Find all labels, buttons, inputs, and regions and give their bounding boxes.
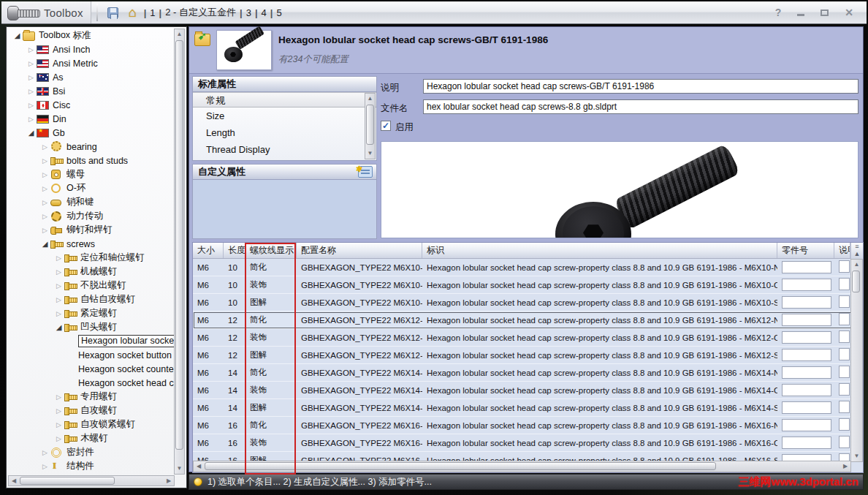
tree-item-hexagon-socket-head-cap[interactable]: Hexagon socket head cap	[7, 376, 175, 390]
maximize-button[interactable]	[821, 10, 829, 16]
description-cell-box[interactable]	[839, 418, 850, 431]
description-cell-box[interactable]	[839, 366, 850, 378]
tree-item-专用螺钉[interactable]: ▷专用螺钉	[7, 390, 175, 404]
tree-item-ansi-metric[interactable]: ▷Ansi Metric	[7, 56, 175, 70]
property-item-size[interactable]: Size	[193, 107, 376, 124]
expand-arrow-icon[interactable]: ▷	[55, 407, 63, 415]
column-header-1[interactable]: 大小	[193, 243, 224, 258]
tree-horizontal-scrollbar[interactable]: ◀ ▶	[8, 475, 175, 486]
description-cell-box[interactable]	[839, 436, 850, 448]
property-item-length[interactable]: Length	[193, 124, 376, 141]
expand-arrow-icon[interactable]: ▷	[55, 421, 63, 428]
part-number-input[interactable]	[782, 314, 831, 326]
add-custom-property-icon[interactable]	[358, 166, 373, 178]
breadcrumb-item-5[interactable]: 5	[276, 7, 281, 18]
tree-item-定位和轴位螺钉[interactable]: ▷定位和轴位螺钉	[7, 251, 175, 265]
part-number-input[interactable]	[782, 261, 831, 273]
expand-arrow-icon[interactable]: ▷	[41, 213, 49, 220]
table-row-GBHEXAGON_TYPE22_M6X10-N[interactable]: M610简化GBHEXAGON_TYPE22 M6X10-NHexagon lo…	[193, 259, 863, 276]
expand-arrow-icon[interactable]: ▷	[27, 46, 35, 53]
part-number-input[interactable]	[782, 401, 831, 414]
tree-item-销和键[interactable]: ▷销和键	[7, 195, 175, 209]
description-cell-box[interactable]	[839, 313, 850, 325]
expand-arrow-icon[interactable]: ▷	[27, 102, 35, 109]
table-row-GBHEXAGON_TYPE22_M6X10-C[interactable]: M610装饰GBHEXAGON_TYPE22 M6X10-CHexagon lo…	[193, 276, 863, 294]
expand-arrow-icon[interactable]: ▷	[55, 268, 63, 276]
breadcrumb-item-3[interactable]: 3	[246, 7, 251, 18]
description-cell-box[interactable]	[839, 401, 850, 413]
table-vertical-scrollbar[interactable]: ▲ ▼	[850, 259, 863, 462]
expand-arrow-icon[interactable]: ▷	[55, 254, 63, 262]
column-options-icon[interactable]: ≡▲	[850, 243, 863, 259]
expand-arrow-icon[interactable]: ▷	[55, 310, 63, 317]
home-icon[interactable]: ⌂	[129, 6, 137, 19]
tree-item-自攻锁紧螺钉[interactable]: ▷自攻锁紧螺钉	[7, 417, 175, 431]
description-cell-box[interactable]	[839, 278, 850, 290]
expand-arrow-icon[interactable]: ▷	[41, 185, 49, 192]
expand-arrow-icon[interactable]: ▷	[55, 393, 63, 401]
tree-item-垫圈和挡圈[interactable]: ▷垫圈和挡圈	[7, 473, 175, 475]
minimize-button[interactable]	[797, 14, 804, 16]
tree-item-铆钉和焊钉[interactable]: ▷铆钉和焊钉	[7, 223, 175, 237]
breadcrumb-item-2[interactable]: 2 - 自定义五金件	[165, 6, 236, 19]
tree-item-gb[interactable]: ◢Gb	[7, 126, 175, 140]
tree-item-as[interactable]: ▷As	[7, 70, 175, 84]
table-row-GBHEXAGON_TYPE22_M6X16-C[interactable]: M616装饰GBHEXAGON_TYPE22 M6X16-CHexagon lo…	[193, 434, 863, 452]
table-row-GBHEXAGON_TYPE22_M6X16-N[interactable]: M616简化GBHEXAGON_TYPE22 M6X16-NHexagon lo…	[193, 417, 863, 434]
tree-item-o-环[interactable]: ▷O-环	[7, 181, 175, 195]
expand-arrow-icon[interactable]: ▷	[41, 449, 49, 456]
part-number-input[interactable]	[782, 366, 831, 379]
column-header-7[interactable]: 说明	[834, 243, 850, 258]
description-cell-box[interactable]	[839, 330, 850, 343]
expand-arrow-icon[interactable]: ▷	[27, 116, 35, 123]
part-number-input[interactable]	[782, 296, 831, 309]
tree-item-screws[interactable]: ◢screws	[7, 237, 175, 251]
tree-item-bsi[interactable]: ▷Bsi	[7, 84, 175, 98]
expand-arrow-icon[interactable]: ▷	[41, 157, 49, 165]
tree-item-机械螺钉[interactable]: ▷机械螺钉	[7, 265, 175, 279]
tree-item-din[interactable]: ▷Din	[7, 112, 175, 126]
breadcrumb-item-4[interactable]: 4	[262, 7, 267, 18]
expand-arrow-icon[interactable]: ▷	[41, 463, 49, 470]
expand-arrow-icon[interactable]: ▷	[41, 143, 49, 151]
tree-item-hexagon-socket-button-he[interactable]: Hexagon socket button he	[7, 348, 175, 362]
expand-arrow-icon[interactable]: ▷	[55, 296, 63, 303]
column-header-4[interactable]: 配置名称	[297, 243, 422, 258]
tree-item-自钻自攻螺钉[interactable]: ▷自钻自攻螺钉	[7, 292, 175, 306]
property-item-thread-display[interactable]: Thread Display	[193, 141, 376, 158]
breadcrumb-item-1[interactable]: 1	[150, 7, 155, 18]
tree-item-木螺钉[interactable]: ▷木螺钉	[7, 431, 175, 445]
expand-arrow-icon[interactable]: ▷	[27, 60, 35, 67]
tree-item-紧定螺钉[interactable]: ▷紧定螺钉	[7, 306, 175, 320]
tree-item-toolbox-标准[interactable]: ◢Toolbox 标准	[7, 29, 175, 42]
collapse-arrow-icon[interactable]: ◢	[55, 323, 63, 331]
table-horizontal-scrollbar[interactable]: ◀ ▶	[193, 461, 851, 472]
description-cell-box[interactable]	[839, 383, 850, 396]
save-icon[interactable]	[107, 7, 118, 18]
tree-item-密封件[interactable]: ▷密封件	[7, 445, 175, 459]
collapse-arrow-icon[interactable]: ◢	[27, 129, 35, 137]
table-row-GBHEXAGON_TYPE22_M6X12-S[interactable]: M612图解GBHEXAGON_TYPE22 M6X12-SHexagon lo…	[193, 347, 863, 364]
description-cell-box[interactable]	[839, 295, 850, 308]
tree-item-动力传动[interactable]: ▷动力传动	[7, 209, 175, 223]
column-header-3[interactable]: 螺纹线显示	[245, 243, 297, 258]
column-header-2[interactable]: 长度	[224, 243, 245, 258]
description-cell-box[interactable]	[839, 260, 850, 273]
tree-item-不脱出螺钉[interactable]: ▷不脱出螺钉	[7, 279, 175, 292]
table-row-GBHEXAGON_TYPE22_M6X12-N[interactable]: M612简化GBHEXAGON_TYPE22 M6X12-NHexagon lo…	[193, 311, 863, 329]
tree-item-bearing[interactable]: ▷bearing	[7, 140, 175, 154]
column-header-5[interactable]: 标识	[422, 243, 777, 258]
tree-item-bolts-and-studs[interactable]: ▷bolts and studs	[7, 154, 175, 167]
table-row-GBHEXAGON_TYPE22_M6X14-S[interactable]: M614图解GBHEXAGON_TYPE22 M6X14-SHexagon lo…	[193, 399, 863, 417]
collapse-arrow-icon[interactable]: ◢	[41, 240, 49, 248]
description-input[interactable]	[423, 79, 859, 94]
tree-item-凹头螺钉[interactable]: ◢凹头螺钉	[7, 320, 175, 334]
tree-item-螺母[interactable]: ▷螺母	[7, 167, 175, 181]
expand-arrow-icon[interactable]: ▷	[55, 435, 63, 442]
close-button[interactable]: ✕	[845, 7, 853, 18]
properties-list-scrollbar[interactable]: ▲ ▼	[365, 93, 376, 159]
expand-arrow-icon[interactable]: ▷	[55, 282, 63, 290]
expand-arrow-icon[interactable]: ▷	[27, 88, 35, 95]
expand-arrow-icon[interactable]: ▷	[41, 227, 49, 234]
tree-item-hexagon-lobular-socket-he[interactable]: Hexagon lobular socket he	[7, 334, 175, 348]
